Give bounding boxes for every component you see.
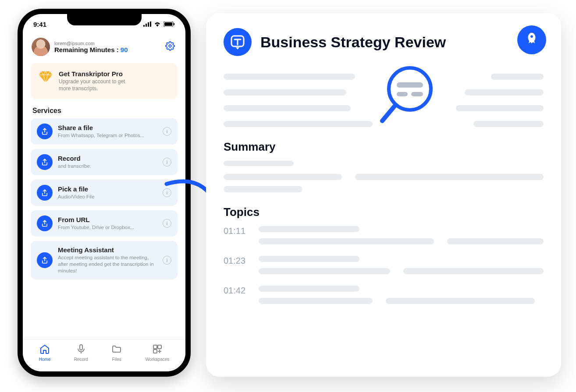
service-share-file[interactable]: Share a file From Whatsapp, Telegram or … [31,118,178,145]
tab-home[interactable]: Home [39,344,51,362]
info-icon[interactable]: i [163,127,171,136]
folder-icon [111,344,122,355]
topic-time: 01:23 [224,256,250,266]
promo-title: Get Transkriptor Pro [59,70,138,78]
document-title: Business Strategy Review [260,34,446,51]
share-icon [37,154,53,170]
topics-heading: Topics [224,205,544,219]
cellular-icon [143,21,151,27]
intro-skeleton [224,74,544,127]
wifi-icon [154,21,161,27]
settings-button[interactable] [164,40,177,53]
tab-workspaces[interactable]: Workspaces [145,344,169,362]
service-subtitle: From Whatsapp, Telegram or Photos... [58,132,157,139]
rocket-icon [524,32,539,48]
svg-rect-15 [397,82,423,88]
info-icon[interactable]: i [163,256,171,265]
svg-line-18 [382,105,395,121]
boost-button[interactable] [517,25,546,54]
tab-record[interactable]: Record [74,344,88,362]
svg-point-13 [530,35,533,38]
user-email: lorem@ipsum.com [54,41,164,46]
service-subtitle: Accept meeting assistant to the meeting,… [58,254,157,274]
svg-rect-11 [153,350,157,353]
topic-time: 01:11 [224,226,250,236]
svg-rect-17 [411,92,423,96]
svg-rect-16 [397,92,408,96]
topic-row[interactable]: 01:11 [224,226,544,251]
service-from-url[interactable]: From URL From Youtube, Drive or Dropbox.… [31,210,178,237]
svg-rect-2 [148,22,149,27]
share-icon [37,124,53,139]
info-icon[interactable]: i [163,188,171,197]
magnifier-icon [377,65,443,131]
home-icon [39,344,50,355]
account-header: lorem@ipsum.com Remaining Minutes : 90 [23,34,185,58]
topic-row[interactable]: 01:23 [224,256,544,280]
svg-rect-0 [143,25,145,27]
tab-bar: Home Record Files Workspaces [23,339,185,371]
upgrade-promo-card[interactable]: Get Transkriptor Pro Upgrade your accoun… [31,63,178,99]
share-icon [37,185,53,201]
share-icon [37,252,53,268]
tab-label: Workspaces [145,357,169,362]
info-icon[interactable]: i [163,219,171,228]
service-title: Pick a file [58,185,157,193]
svg-rect-9 [153,345,157,349]
svg-rect-3 [150,21,151,27]
avatar[interactable] [32,38,50,56]
summary-skeleton [224,161,544,192]
service-subtitle: From Youtube, Drive or Dropbox... [58,224,157,231]
phone-mockup: 9:41 lorem@ipsum.com [18,9,191,377]
service-record[interactable]: Record and transcribe. i [31,149,178,175]
status-time: 9:41 [33,21,46,28]
diamond-icon [39,70,53,84]
phone-notch [67,13,142,25]
service-subtitle: Audio/Video File [58,194,157,200]
service-title: Share a file [58,124,157,131]
grid-icon [152,344,163,355]
summary-heading: Summary [224,140,544,154]
tab-label: Home [39,357,51,362]
service-pick-file[interactable]: Pick a file Audio/Video File i [31,180,178,206]
svg-rect-8 [80,345,82,350]
promo-subtitle: Upgrade your account to get more transcr… [59,78,138,92]
tab-label: Files [112,357,121,362]
minutes-value: 90 [121,46,128,53]
service-meeting-assistant[interactable]: Meeting Assistant Accept meeting assista… [31,241,178,279]
remaining-minutes: Remaining Minutes : 90 [54,46,164,53]
mic-icon [76,344,86,355]
document-panel: Business Strategy Review Summary [206,13,561,377]
svg-rect-10 [158,345,161,349]
info-icon[interactable]: i [163,158,171,166]
share-icon [37,215,53,231]
topic-time: 01:42 [224,286,250,296]
service-title: Meeting Assistant [58,246,157,254]
services-list: Share a file From Whatsapp, Telegram or … [23,118,185,279]
minutes-label: Remaining Minutes : [54,46,121,53]
gear-icon [165,41,175,53]
tab-label: Record [74,357,88,362]
service-subtitle: and transcribe. [58,163,157,170]
topic-row[interactable]: 01:42 [224,286,544,310]
service-title: Record [58,155,157,162]
svg-rect-6 [174,23,174,25]
svg-rect-5 [164,22,172,26]
svg-point-7 [169,45,171,47]
battery-icon [164,21,175,27]
svg-rect-1 [146,24,147,27]
services-heading: Services [23,104,185,118]
service-title: From URL [58,216,157,223]
app-logo-icon [224,28,252,56]
tab-files[interactable]: Files [111,344,122,362]
